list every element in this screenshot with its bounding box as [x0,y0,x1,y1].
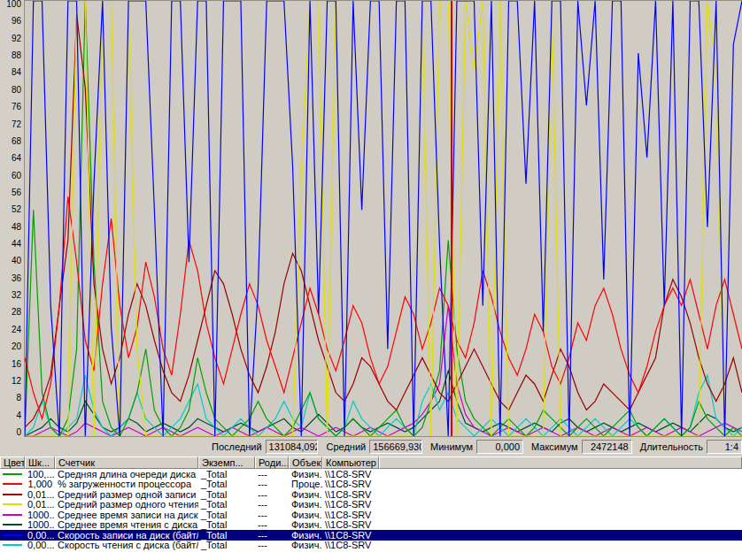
stat-value-box: 1:4 [707,440,742,454]
cell-instance: _Total [198,540,255,550]
legend-row[interactable]: 0,01...Средний размер одной записи на д.… [0,489,742,500]
stat-label: Минимум [430,441,473,452]
cell-computer: \\1C8-SRV [322,469,379,479]
cell-counter: Среднее время чтения с диска (сек) [55,519,198,530]
cell-counter: Средний размер одной записи на д... [55,489,198,500]
legend-row[interactable]: 1,000% загруженности процессора_Total---… [0,479,742,490]
color-swatch [3,514,22,516]
cell-scale: 0,00... [25,540,55,550]
y-axis-label: 44 [0,240,21,249]
y-axis-label: 60 [0,172,21,180]
legend-header-cell-1[interactable]: Шк... [25,456,55,469]
cell-counter: Скорость записи на диск (байт/сек) [55,530,198,541]
legend-row[interactable]: 0,01...Средний размер одного чтения с д.… [0,500,742,510]
cell-computer: \\1C8-SRV [322,499,379,510]
cell-computer: \\1C8-SRV [322,540,379,550]
cell-computer: \\1C8-SRV [322,479,379,489]
color-swatch-cell [0,473,25,475]
stat-label: Длительность [640,441,703,452]
y-axis-label: 28 [0,308,21,317]
y-axis-label: 88 [0,51,21,60]
cell-parent: --- [255,519,289,530]
legend-header-cell-0[interactable]: Цвет [0,456,25,469]
series-write-bytes [25,1,742,436]
cell-scale: 100,... [25,469,55,479]
cell-instance: _Total [198,489,255,500]
cell-scale: 1000... [25,519,55,530]
y-axis-label: 64 [0,154,21,163]
legend-header-row: ЦветШк...СчетчикЭкземп...Роди...ОбъектКо… [0,456,742,469]
y-axis: 1009692888480767268646056524844403632282… [0,0,24,437]
color-swatch-cell [0,534,25,536]
cell-scale: 0,00... [25,530,55,541]
cell-parent: --- [255,530,289,541]
color-swatch-cell [0,503,25,505]
stat-value-box: 0,000 [476,440,523,454]
stats-bar: Последний131084,092Средний156669,930Мини… [0,437,742,456]
series-avg-write-time [25,305,742,436]
cell-instance: _Total [198,469,255,479]
legend-header-cell-3[interactable]: Экземп... [198,456,255,469]
cell-parent: --- [255,540,289,550]
y-axis-label: 76 [0,103,21,111]
y-axis-label: 0 [0,428,21,437]
cell-object: Физич... [289,519,322,530]
legend-table: ЦветШк...СчетчикЭкземп...Роди...ОбъектКо… [0,456,742,560]
y-axis-label: 56 [0,188,21,197]
legend-row[interactable]: 1000...Среднее время чтения с диска (сек… [0,520,742,531]
y-axis-label: 96 [0,17,21,26]
y-axis-label: 36 [0,274,21,283]
cell-instance: _Total [198,499,255,510]
cell-counter: % загруженности процессора [55,479,198,489]
color-swatch-cell [0,494,25,495]
y-axis-label: 16 [0,360,21,369]
cell-computer: \\1C8-SRV [322,510,379,520]
cell-scale: 0,01... [25,489,55,500]
legend-header-cell-7[interactable] [379,456,742,469]
legend-row[interactable]: 0,00...Скорость чтения с диска (байт/сек… [0,541,742,551]
cell-computer: \\1C8-SRV [322,489,379,500]
color-swatch [3,494,22,495]
color-swatch-cell [0,524,25,525]
y-axis-label: 20 [0,342,21,351]
y-axis-label: 32 [0,291,21,300]
cell-parent: --- [255,469,289,479]
legend-body: 100,...Средняя длина очереди диска_Total… [0,469,742,560]
legend-header-cell-4[interactable]: Роди... [255,456,289,469]
cell-object: Физич... [289,469,322,479]
legend-row[interactable]: 100,...Средняя длина очереди диска_Total… [0,469,742,479]
legend-row[interactable]: 0,00...Скорость записи на диск (байт/сек… [0,530,742,541]
legend-row[interactable]: 1000...Среднее время записи на диск (сек… [0,510,742,520]
cell-computer: \\1C8-SRV [322,519,379,530]
stat-value-box: 156669,930 [369,440,422,454]
cell-object: Физич... [289,540,322,550]
color-swatch-cell [0,483,25,485]
y-axis-label: 92 [0,35,21,43]
cell-instance: _Total [198,519,255,530]
legend-header-cell-5[interactable]: Объект [289,456,322,469]
y-axis-label: 100 [0,0,21,9]
legend-header-cell-2[interactable]: Счетчик [55,456,198,469]
color-swatch [3,524,22,525]
color-swatch [3,534,22,536]
cell-counter: Скорость чтения с диска (байт/сек) [55,540,198,550]
y-axis-label: 8 [0,394,21,403]
color-swatch-cell [0,514,25,516]
cell-parent: --- [255,499,289,510]
cell-counter: Среднее время записи на диск (сек) [55,510,198,520]
cell-scale: 1000... [25,510,55,520]
stat-value-box: 131084,092 [266,440,319,454]
cell-object: Физич... [289,499,322,510]
cell-counter: Средний размер одного чтения с д... [55,499,198,510]
y-axis-label: 48 [0,223,21,232]
y-axis-label: 68 [0,137,21,146]
y-axis-label: 72 [0,120,21,129]
cell-scale: 1,000 [25,479,55,489]
cell-instance: _Total [198,479,255,489]
cell-instance: _Total [198,530,255,541]
y-axis-label: 40 [0,257,21,265]
cell-instance: _Total [198,510,255,520]
color-swatch-cell [0,544,25,546]
legend-header-cell-6[interactable]: Компьютер [322,456,379,469]
cell-computer: \\1C8-SRV [322,530,379,541]
